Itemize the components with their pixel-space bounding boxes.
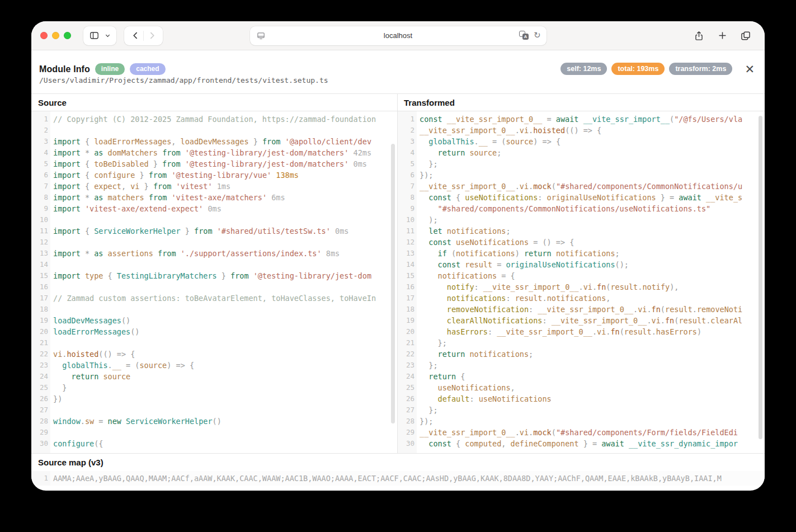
code-line: 22 return notifications; <box>398 349 765 360</box>
line-number: 19 <box>398 315 415 326</box>
translate-icon[interactable]: A <box>519 31 529 40</box>
code-line: 24 return source <box>31 371 397 382</box>
tab-overview-button[interactable] <box>739 29 752 43</box>
code-line: 27 }; <box>398 404 765 416</box>
line-number: 14 <box>31 259 48 270</box>
line-number: 20 <box>31 326 48 337</box>
code-line: 5import { toBeDisabled } from '@testing-… <box>31 158 397 170</box>
browser-toolbar: localhost A ↻ <box>31 21 765 50</box>
line-number: 5 <box>31 158 48 170</box>
code-line: 6}); <box>398 170 765 181</box>
code-line: 29 <box>31 427 397 438</box>
forward-button[interactable] <box>144 28 159 44</box>
code-line: 22vi.hoisted(() => { <box>31 349 397 360</box>
minimize-traffic-light[interactable] <box>52 32 59 39</box>
code-line: 19loadDevMessages() <box>31 315 397 326</box>
code-line: 27 <box>31 404 397 416</box>
code-line: 13 if (notifications) return notificatio… <box>398 248 765 259</box>
line-number: 13 <box>398 248 415 259</box>
code-line: 17 notifications: result.notifications, <box>398 293 765 304</box>
code-line: 14 const result = originalUseNotificatio… <box>398 259 765 270</box>
code-line: 8 const { useNotifications: originalUseN… <box>398 192 765 203</box>
code-line: 8import * as matchers from 'vitest-axe/m… <box>31 192 397 203</box>
close-traffic-light[interactable] <box>40 32 48 39</box>
share-button[interactable] <box>692 29 705 43</box>
code-line: 20loadErrorMessages() <box>31 326 397 337</box>
page-title: Module Info <box>39 64 90 74</box>
chevron-right-icon <box>147 31 157 40</box>
code-line: 10 <box>31 214 397 225</box>
line-number: 18 <box>31 304 48 315</box>
line-number: 27 <box>31 404 48 416</box>
code-line: 23 }; <box>398 360 765 371</box>
line-number: 3 <box>31 136 48 147</box>
transformed-code-panel[interactable]: 1const __vite_ssr_import_0__ = await __v… <box>397 111 765 453</box>
toolbar-actions <box>692 29 756 43</box>
code-line: 26 default: useNotifications <box>398 393 765 404</box>
source-panel-title: Source <box>31 94 397 111</box>
code-line: 3import { loadErrorMessages, loadDevMess… <box>31 136 397 147</box>
plus-icon <box>717 30 728 41</box>
line-number: 15 <box>398 270 415 281</box>
module-info-header: Module Info inline cached self: 12ms tot… <box>31 50 765 75</box>
line-number: 17 <box>31 293 48 304</box>
new-tab-button[interactable] <box>715 29 729 43</box>
code-line: 1const __vite_ssr_import_0__ = await __v… <box>398 114 765 125</box>
line-number: 4 <box>31 147 48 158</box>
line-number: 21 <box>398 337 415 349</box>
close-icon[interactable]: ✕ <box>745 63 755 75</box>
source-code-panel[interactable]: 1// Copyright (C) 2012-2025 Zammad Found… <box>31 111 397 453</box>
address-bar[interactable]: localhost A ↻ <box>250 26 547 45</box>
line-number: 7 <box>31 181 48 192</box>
source-scrollbar[interactable] <box>391 144 395 423</box>
line-number: 11 <box>31 225 48 237</box>
zoom-traffic-light[interactable] <box>64 32 71 39</box>
code-line: 28}); <box>398 416 765 427</box>
line-number: 23 <box>31 360 48 371</box>
tabs-icon <box>740 30 751 41</box>
back-button[interactable] <box>128 28 143 44</box>
code-line: 16 <box>31 281 397 293</box>
code-line: 6import { configure } from '@testing-lib… <box>31 170 397 181</box>
code-line: 2__vite_ssr_import_0__.vi.hoisted(() => … <box>398 125 765 136</box>
code-line: 30configure({ <box>31 438 397 449</box>
code-line: 1// Copyright (C) 2012-2025 Zammad Found… <box>31 114 397 125</box>
line-number: 11 <box>398 225 415 237</box>
line-number: 21 <box>31 337 48 349</box>
chevron-left-icon <box>131 31 140 40</box>
transformed-scrollbar[interactable] <box>759 116 762 439</box>
code-line: 15import type { TestingLibraryMatchers }… <box>31 270 397 281</box>
panel-headers: Source Transformed <box>31 93 765 111</box>
code-line: 2 <box>31 125 397 136</box>
code-line: 25 } <box>31 382 397 393</box>
sourcemap-code[interactable]: 1AAMA;AAeA,yBAAG,QAAQ,MAAM;AACf,aAAW,KAA… <box>31 471 765 486</box>
sidebar-toggle-button[interactable] <box>83 26 116 45</box>
line-number: 13 <box>31 248 48 259</box>
code-line: 9 "#shared/components/CommonNotification… <box>398 203 765 214</box>
transformed-panel-title: Transformed <box>397 94 765 111</box>
code-line: 18 removeNotification: __vite_ssr_import… <box>398 304 765 315</box>
window-controls <box>40 32 71 39</box>
sourcemap-section: Source map (v3) 1AAMA;AAeA,yBAAG,QAAQ,MA… <box>31 453 765 486</box>
share-icon <box>694 30 704 41</box>
code-line: 15 notifications = { <box>398 270 765 281</box>
transformed-code: 1const __vite_ssr_import_0__ = await __v… <box>398 114 765 449</box>
sidebar-icon <box>89 30 100 41</box>
self-time-badge: self: 12ms <box>561 63 607 75</box>
code-line: 28window.sw = new ServiceWorkerHelper() <box>31 416 397 427</box>
cached-badge: cached <box>130 63 165 75</box>
code-line: 4import * as domMatchers from '@testing-… <box>31 147 397 158</box>
reload-icon[interactable]: ↻ <box>534 31 541 39</box>
code-line: 7import { expect, vi } from 'vitest' 1ms <box>31 181 397 192</box>
line-number: 15 <box>31 270 48 281</box>
line-number: 26 <box>31 393 48 404</box>
line-number: 16 <box>398 281 415 293</box>
code-line: 17// Zammad custom assertions: toBeAvata… <box>31 293 397 304</box>
line-number: 24 <box>31 371 48 382</box>
line-number: 7 <box>398 181 415 192</box>
line-number: 4 <box>398 147 415 158</box>
line-number: 2 <box>398 125 415 136</box>
chevron-down-icon <box>105 32 111 39</box>
line-number: 1 <box>398 114 415 125</box>
line-number: 24 <box>398 371 415 382</box>
